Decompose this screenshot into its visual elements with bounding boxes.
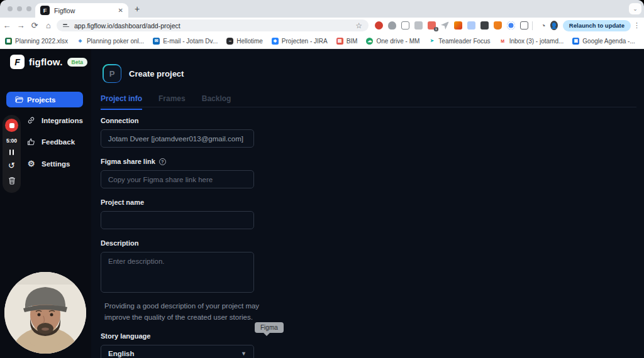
bookmark-item[interactable]: ☁One drive - MM [366, 38, 419, 45]
site-settings-icon[interactable] [63, 24, 69, 27]
send-icon[interactable] [441, 21, 449, 30]
tab-divider [101, 107, 636, 107]
trash-icon[interactable] [8, 176, 16, 185]
main-content: P Create project Project info Frames Bac… [91, 49, 644, 358]
teamleader-icon: ➤ [428, 38, 435, 45]
document-extension-icon[interactable] [480, 21, 489, 30]
figma-share-link-input[interactable] [101, 170, 254, 188]
camera-icon[interactable] [401, 21, 409, 30]
forward-icon[interactable]: → [14, 21, 28, 30]
beta-badge: Beta [67, 58, 87, 67]
globe-icon[interactable]: ◔ [536, 21, 550, 30]
window-controls[interactable] [8, 6, 31, 11]
sidebar-item-feedback[interactable]: Feedback [27, 138, 75, 146]
orange-extension-icon[interactable] [454, 21, 462, 30]
restart-icon[interactable]: ↺ [8, 161, 15, 170]
new-tab-button[interactable]: + [135, 4, 140, 14]
hellotime-icon: − [226, 38, 233, 45]
story-language-label: Story language [101, 332, 258, 340]
tab-strip: F Figflow ✕ + ⌄ [0, 0, 644, 18]
sidebar-item-settings[interactable]: ⚙ Settings [27, 159, 70, 168]
notifier-badge-icon[interactable]: 1 [428, 21, 436, 30]
tab-project-info[interactable]: Project info [101, 94, 142, 110]
shield-icon[interactable] [388, 21, 396, 30]
bookmark-item[interactable]: ▣Google Agenda -... [572, 38, 635, 45]
bookmark-item[interactable]: MInbox (3) - jotamd... [499, 38, 564, 45]
webcam-video [4, 272, 86, 354]
poker-icon: ◆ [77, 38, 84, 45]
sidebar-item-integrations[interactable]: Integrations [27, 116, 83, 124]
address-bar[interactable]: app.figflow.io/dashboard/add-project ☆ [57, 19, 369, 31]
webcam-bubble[interactable] [4, 272, 86, 354]
window-close-button[interactable] [8, 6, 13, 11]
screen-recorder-widget: 5:00 ↺ [3, 115, 21, 193]
blue-circle-icon[interactable] [507, 21, 515, 30]
gray-extension-icon[interactable] [414, 21, 423, 30]
bookmark-item[interactable]: ◈Projecten - JIRA [272, 38, 328, 45]
tab-search-button[interactable]: ⌄ [629, 3, 641, 14]
puzzle-extensions-icon[interactable] [520, 21, 528, 30]
url-text[interactable]: app.figflow.io/dashboard/add-project [74, 22, 350, 30]
figflow-logo: F figflow. Beta [10, 55, 87, 69]
figma-share-link-label: Figma share link ? [101, 158, 258, 165]
connection-input[interactable] [101, 129, 254, 148]
home-icon[interactable]: ⌂ [42, 21, 55, 30]
project-name-input[interactable] [101, 211, 254, 229]
stop-recording-button[interactable] [5, 119, 18, 132]
project-name-label: Project name [101, 198, 258, 206]
project-letter-icon: P [103, 64, 121, 83]
link-icon [27, 116, 35, 124]
bookmark-item[interactable]: ▦Planning 2022.xlsx [5, 38, 68, 45]
tab-backlog[interactable]: Backlog [202, 94, 231, 110]
thumbs-up-icon [27, 138, 35, 146]
description-textarea[interactable] [101, 252, 254, 293]
back-icon[interactable]: ← [0, 21, 14, 30]
browser-window: F Figflow ✕ + ⌄ ← → ⟳ ⌂ app.figflow.io/d… [0, 0, 644, 358]
profile-avatar-icon[interactable]: 👤 [550, 21, 558, 30]
pause-icon[interactable] [9, 149, 14, 155]
gear-icon: ⚙ [27, 159, 35, 168]
help-question-icon[interactable]: ? [159, 158, 166, 165]
mail-icon: ✉ [153, 38, 160, 45]
bookmarks-bar: ▦Planning 2022.xlsx ◆Planning poker onl.… [0, 33, 644, 49]
tab-close-icon[interactable]: ✕ [118, 7, 123, 14]
page-header: P Create project [103, 64, 184, 83]
browser-tab[interactable]: F Figflow ✕ [35, 3, 128, 18]
window-zoom-button[interactable] [26, 6, 31, 11]
window-minimize-button[interactable] [17, 6, 22, 11]
recording-timer: 5:00 [6, 138, 17, 144]
browser-toolbar: ← → ⟳ ⌂ app.figflow.io/dashboard/add-pro… [0, 18, 644, 33]
bookmark-star-icon[interactable]: ☆ [355, 21, 362, 30]
description-label: Description [101, 239, 258, 247]
gmail-icon: M [499, 38, 506, 45]
calendar-icon: ▣ [572, 38, 579, 45]
metamask-fox-icon[interactable] [494, 21, 502, 30]
chevron-down-icon: ▼ [241, 350, 247, 357]
reload-icon[interactable]: ⟳ [28, 21, 42, 30]
bookmark-item[interactable]: ✉E-mail - Jotam Dv... [153, 38, 218, 45]
bookmark-item[interactable]: −Hellotime [226, 38, 263, 45]
figma-tooltip: Figma [255, 322, 284, 333]
description-helper-text: Providing a good description of your pro… [104, 301, 287, 323]
browser-menu-icon[interactable]: ⋮ [633, 21, 640, 30]
jira-icon: ◈ [272, 38, 279, 45]
tab-title: Figflow [54, 7, 114, 14]
connection-label: Connection [101, 117, 258, 124]
folder-icon [15, 96, 23, 103]
tab-frames[interactable]: Frames [158, 94, 186, 110]
bookmark-item[interactable]: ▤BIM [336, 38, 358, 45]
onedrive-icon: ☁ [366, 38, 373, 45]
story-language-select[interactable]: English ▼ [101, 345, 254, 358]
relaunch-to-update-button[interactable]: Relaunch to update [563, 20, 631, 31]
adblock-icon[interactable] [375, 21, 383, 30]
figflow-logo-icon: F [10, 55, 25, 69]
bim-icon: ▤ [336, 38, 343, 45]
bookmark-item[interactable]: ◆Planning poker onl... [77, 38, 144, 45]
sidebar-item-projects[interactable]: Projects [6, 92, 83, 107]
bookmark-item[interactable]: ➤Teamleader Focus [428, 38, 490, 45]
blue-capsule-icon[interactable] [467, 21, 475, 30]
toolbar-divider [532, 21, 533, 30]
page-title: Create project [129, 69, 184, 79]
tab-bar: Project info Frames Backlog [101, 94, 231, 110]
extensions-row: 1 [375, 21, 528, 30]
